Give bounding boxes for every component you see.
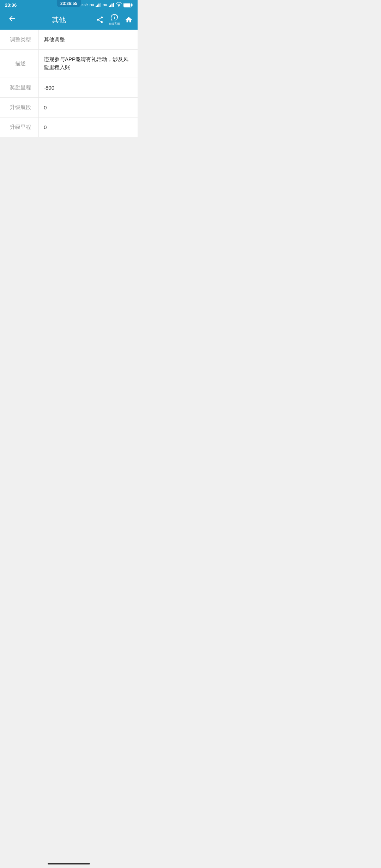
home-button[interactable] [125,16,133,24]
status-icons: 9.89 KB/s HD HD [74,2,133,7]
value-description: 违规参与APP邀请有礼活动，涉及风险里程入账 [39,50,138,78]
svg-rect-2 [98,4,99,7]
hd-badge: HD [90,3,94,7]
svg-rect-7 [113,3,114,7]
svg-rect-1 [97,5,98,7]
status-time-center: 23:36:55 [57,0,81,7]
empty-area [0,137,138,349]
battery-icon [123,3,133,7]
table-row: 描述 违规参与APP邀请有礼活动，涉及风险里程入账 [0,50,138,78]
svg-rect-5 [110,5,111,7]
service-label: 在线客服 [109,22,120,26]
table-row: 调整类型 其他调整 [0,30,138,50]
share-button[interactable] [96,16,104,24]
label-description: 描述 [0,50,39,78]
value-reward-miles: -800 [39,78,138,97]
table-row: 升级航段 0 [0,98,138,117]
nav-bar: 其他 在线客服 [0,10,138,30]
wifi-icon [116,2,122,7]
value-upgrade-segments: 0 [39,98,138,117]
value-adjust-type: 其他调整 [39,30,138,49]
status-time-left: 23:36 [5,2,17,8]
svg-rect-4 [109,6,110,7]
label-reward-miles: 奖励里程 [0,78,39,97]
hd-badge2: HD [103,3,107,7]
detail-table: 调整类型 其他调整 描述 违规参与APP邀请有礼活动，涉及风险里程入账 奖励里程… [0,30,138,137]
table-row: 奖励里程 -800 [0,78,138,98]
nav-title: 其他 [22,15,96,25]
svg-rect-10 [132,4,133,6]
svg-rect-0 [96,6,97,7]
signal-icon [96,3,101,7]
svg-point-8 [119,6,119,7]
nav-icons: 在线客服 [96,14,133,26]
label-adjust-type: 调整类型 [0,30,39,49]
svg-rect-3 [100,3,101,7]
back-button[interactable] [5,12,19,28]
signal-icon2 [109,3,114,7]
label-upgrade-segments: 升级航段 [0,98,39,117]
svg-rect-11 [124,3,131,7]
label-upgrade-miles: 升级里程 [0,117,39,137]
service-button[interactable]: 在线客服 [109,14,120,26]
table-row: 升级里程 0 [0,117,138,137]
svg-rect-6 [111,4,113,7]
value-upgrade-miles: 0 [39,117,138,137]
